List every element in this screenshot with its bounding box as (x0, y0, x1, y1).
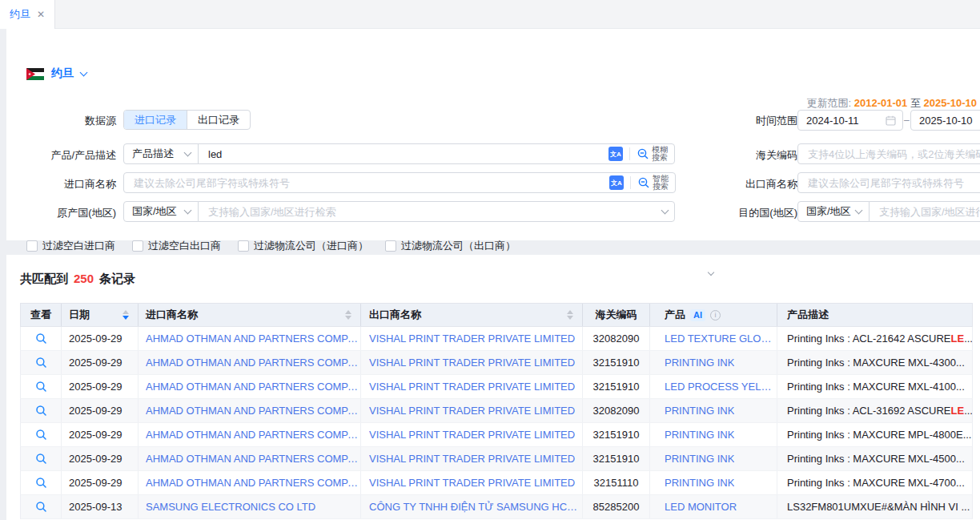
destination-region-select[interactable]: 国家/地区 (797, 201, 870, 222)
table-row: 2025-09-29AHMAD OTHMAN AND PARTNERS COMP… (20, 399, 973, 423)
sort-asc-icon[interactable] (567, 310, 573, 314)
sort-desc-icon[interactable] (345, 316, 351, 320)
export-records-button[interactable]: 出口记录 (187, 111, 250, 129)
date-from-field[interactable]: 2024-10-11 (797, 110, 903, 131)
filter-checkbox-3[interactable]: 过滤物流公司（出口商） (385, 239, 516, 253)
view-record-button[interactable] (35, 429, 47, 441)
origin-input-box (198, 201, 675, 222)
tab-jordan[interactable]: 约旦 ✕ (0, 0, 55, 29)
exporter-cell: CÔNG TY TNHH ĐIỆN TỬ SAMSUNG HCMC... (361, 495, 583, 518)
importer-link[interactable]: AHMAD OTHMAN AND PARTNERS COMPA... (146, 477, 360, 489)
exporter-link[interactable]: VISHAL PRINT TRADER PRIVATE LIMITED (369, 477, 575, 489)
sort-control[interactable] (345, 310, 351, 320)
filter-checkbox-1[interactable]: 过滤空白出口商 (132, 239, 221, 253)
destination-country-input[interactable] (879, 206, 980, 218)
sort-desc-icon[interactable] (122, 316, 129, 320)
date-to-field[interactable]: 2025-10-10 (910, 110, 980, 131)
exporter-cell: VISHAL PRINT TRADER PRIVATE LIMITED (361, 375, 583, 398)
origin-label: 原产国(地区) (12, 206, 116, 220)
view-record-button[interactable] (35, 501, 47, 513)
checkbox-icon[interactable] (385, 240, 396, 252)
exporter-link[interactable]: VISHAL PRINT TRADER PRIVATE LIMITED (369, 429, 575, 441)
filter-checkbox-2[interactable]: 过滤物流公司（进口商） (238, 239, 368, 253)
column-label: 日期 (69, 308, 90, 322)
sort-asc-icon[interactable] (345, 310, 351, 314)
translate-icon[interactable]: 文A (608, 147, 623, 161)
importer-input[interactable] (134, 177, 603, 189)
exporter-input[interactable] (808, 177, 980, 189)
importer-link[interactable]: AHMAD OTHMAN AND PARTNERS COMPA... (146, 381, 360, 393)
chevron-down-icon (855, 206, 863, 214)
view-cell (21, 399, 62, 422)
product-type-select[interactable]: 产品描述 (123, 143, 199, 164)
translate-icon[interactable]: 文A (609, 175, 624, 190)
destination-row: 国家/地区 (797, 201, 980, 222)
results-panel: 共匹配到250条记录 查看日期进口商名称出口商名称海关编码产品AIi产品描述 2… (6, 255, 980, 520)
importer-link[interactable]: AHMAD OTHMAN AND PARTNERS COMPA... (146, 405, 360, 417)
info-icon[interactable]: i (710, 310, 721, 320)
column-header-0: 查看 (21, 304, 62, 326)
exporter-label: 出口商名称 (709, 177, 797, 191)
importer-link[interactable]: AHMAD OTHMAN AND PARTNERS COMPA... (146, 333, 360, 345)
product-link[interactable]: PRINTING INK (665, 357, 734, 369)
sort-desc-icon[interactable] (567, 316, 573, 320)
exporter-cell: VISHAL PRINT TRADER PRIVATE LIMITED (361, 327, 583, 350)
product-link[interactable]: LED PROCESS YELLOW... (665, 381, 777, 393)
product-input[interactable] (208, 148, 602, 160)
origin-country-input[interactable] (208, 206, 656, 218)
view-record-button[interactable] (35, 333, 47, 345)
checkbox-label: 过滤空白出口商 (148, 239, 221, 253)
update-range-from: 2012-01-01 (854, 97, 908, 109)
description-text: Printing Inks : MAXCURE MXL-4300... (787, 357, 965, 369)
importer-link[interactable]: AHMAD OTHMAN AND PARTNERS COMPA... (146, 429, 360, 441)
exporter-link[interactable]: CÔNG TY TNHH ĐIỆN TỬ SAMSUNG HCMC... (369, 501, 582, 513)
importer-link[interactable]: SAMSUNG ELECTRONICS CO LTD (146, 501, 315, 513)
product-cell: PRINTING INK (650, 399, 777, 422)
view-record-button[interactable] (35, 477, 47, 489)
table-row: 2025-09-13SAMSUNG ELECTRONICS CO LTDCÔNG… (20, 495, 973, 519)
view-cell (21, 351, 62, 374)
importer-cell: AHMAD OTHMAN AND PARTNERS COMPA... (139, 471, 361, 494)
exporter-input-box (797, 172, 980, 193)
sort-control[interactable] (567, 310, 573, 320)
product-link[interactable]: PRINTING INK (665, 429, 734, 441)
checkbox-icon[interactable] (238, 240, 249, 252)
product-link[interactable]: LED MONITOR (665, 501, 737, 513)
import-records-button[interactable]: 进口记录 (124, 111, 187, 129)
view-record-button[interactable] (35, 357, 47, 369)
filter-checkbox-0[interactable]: 过滤空白进口商 (26, 239, 115, 253)
product-link[interactable]: PRINTING INK (665, 477, 734, 489)
origin-region-select[interactable]: 国家/地区 (123, 201, 199, 222)
exporter-link[interactable]: VISHAL PRINT TRADER PRIVATE LIMITED (369, 333, 575, 345)
tab-label: 约旦 (10, 7, 30, 22)
column-header-1[interactable]: 日期 (62, 304, 139, 326)
exporter-link[interactable]: VISHAL PRINT TRADER PRIVATE LIMITED (369, 381, 575, 393)
view-record-button[interactable] (35, 453, 47, 465)
checkbox-icon[interactable] (26, 240, 38, 252)
exporter-link[interactable]: VISHAL PRINT TRADER PRIVATE LIMITED (369, 453, 575, 465)
exporter-link[interactable]: VISHAL PRINT TRADER PRIVATE LIMITED (369, 357, 575, 369)
smart-search-button[interactable]: 智能 搜索 (637, 175, 669, 191)
fuzzy-search-button[interactable]: 模糊 搜索 (637, 146, 668, 162)
column-header-2[interactable]: 进口商名称 (139, 304, 361, 326)
importer-link[interactable]: AHMAD OTHMAN AND PARTNERS COMPA... (146, 453, 360, 465)
description-cell: Printing Inks : MAXCURE MXL-4500... (777, 447, 972, 470)
product-link[interactable]: PRINTING INK (665, 405, 734, 417)
product-link[interactable]: PRINTING INK (665, 453, 734, 465)
exporter-link[interactable]: VISHAL PRINT TRADER PRIVATE LIMITED (369, 405, 575, 417)
view-cell (21, 375, 62, 398)
sort-asc-icon[interactable] (122, 310, 129, 314)
sort-control[interactable] (122, 310, 129, 320)
column-header-3[interactable]: 出口商名称 (361, 304, 583, 326)
divider (630, 176, 631, 189)
view-record-button[interactable] (35, 381, 47, 393)
checkbox-icon[interactable] (132, 240, 143, 252)
view-record-button[interactable] (35, 405, 47, 417)
product-link[interactable]: LED TEXTURE GLOSS ... (665, 333, 777, 345)
hs-code-input[interactable] (808, 148, 980, 160)
close-icon[interactable]: ✕ (37, 10, 45, 19)
view-cell (21, 471, 62, 494)
country-selector[interactable]: 约旦 (26, 67, 86, 81)
view-record-icon (35, 477, 47, 489)
importer-link[interactable]: AHMAD OTHMAN AND PARTNERS COMPA... (146, 357, 360, 369)
